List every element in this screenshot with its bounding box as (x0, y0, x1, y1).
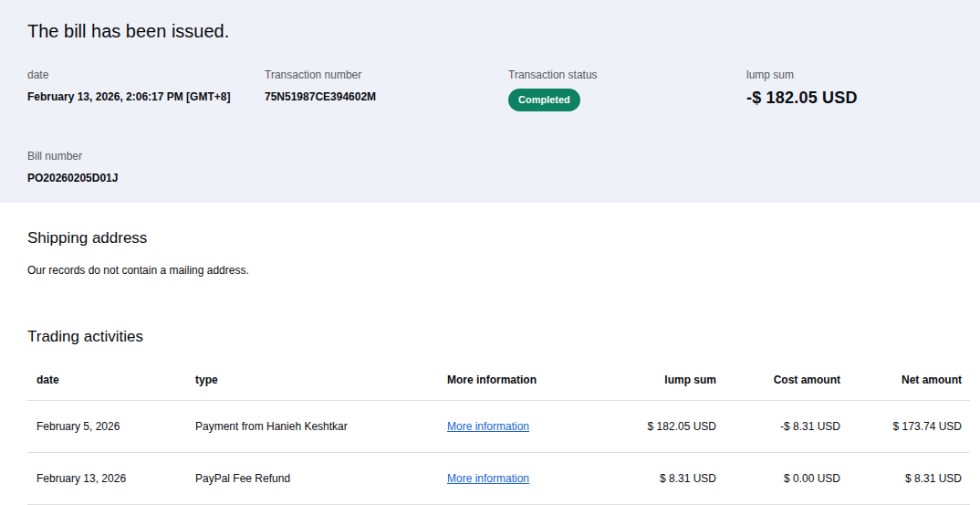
field-lump-sum: lump sum -$ 182.05 USD (746, 68, 953, 111)
column-header-more-information: More information (447, 373, 596, 386)
column-header-type: type (195, 373, 447, 386)
column-header-date: date (27, 373, 195, 386)
field-date: date February 13, 2026, 2:06:17 PM [GMT+… (27, 68, 265, 111)
page-title: The bill has been issued. (27, 20, 953, 42)
field-transaction-status: Transaction status Completed (508, 68, 746, 111)
table-row: February 5, 2026 Payment from Hanieh Kes… (27, 401, 970, 453)
cell-date: February 5, 2026 (27, 420, 195, 433)
field-bill-number-value: PO20260205D01J (27, 172, 265, 184)
cell-date: February 13, 2026 (27, 472, 195, 485)
field-lump-sum-label: lump sum (746, 68, 953, 81)
status-badge: Completed (508, 89, 580, 111)
column-header-cost-amount: Cost amount (716, 373, 840, 386)
cell-net-amount: $ 173.74 USD (840, 420, 970, 433)
shipping-address-heading: Shipping address (27, 229, 953, 247)
more-information-link[interactable]: More information (447, 472, 529, 485)
cell-net-amount: $ 8.31 USD (840, 472, 970, 485)
more-information-link[interactable]: More information (447, 420, 529, 433)
field-bill-number-label: Bill number (27, 150, 265, 163)
field-date-value: February 13, 2026, 2:06:17 PM [GMT+8] (27, 90, 265, 103)
cell-type: PayPal Fee Refund (195, 472, 447, 485)
field-lump-sum-value: -$ 182.05 USD (746, 89, 953, 108)
trading-activities-heading: Trading activities (27, 328, 953, 346)
field-transaction-number-label: Transaction number (265, 68, 508, 81)
summary-fields-row-2: Bill number PO20260205D01J (27, 150, 953, 184)
trading-activities-table: date type More information lump sum Cost… (27, 359, 970, 505)
column-header-lump-sum: lump sum (596, 373, 716, 386)
cell-cost-amount: $ 0.00 USD (716, 472, 840, 485)
cell-lump-sum: $ 8.31 USD (596, 472, 716, 485)
cell-type: Payment from Hanieh Keshtkar (195, 420, 447, 433)
column-header-net-amount: Net amount (840, 373, 970, 386)
field-transaction-status-label: Transaction status (508, 68, 746, 81)
field-bill-number: Bill number PO20260205D01J (27, 150, 265, 184)
shipping-address-message: Our records do not contain a mailing add… (27, 264, 953, 277)
summary-fields-row-1: date February 13, 2026, 2:06:17 PM [GMT+… (27, 68, 953, 111)
trading-activities-section: Trading activities (0, 328, 980, 346)
field-transaction-number: Transaction number 75N51987CE394602M (265, 68, 508, 111)
field-date-label: date (27, 68, 265, 81)
cell-lump-sum: $ 182.05 USD (596, 420, 716, 433)
shipping-address-section: Shipping address Our records do not cont… (0, 229, 980, 277)
table-row: February 13, 2026 PayPal Fee Refund More… (27, 453, 970, 505)
field-transaction-number-value: 75N51987CE394602M (265, 90, 508, 103)
table-header-row: date type More information lump sum Cost… (27, 359, 970, 401)
summary-panel: The bill has been issued. date February … (0, 0, 980, 203)
cell-cost-amount: -$ 8.31 USD (716, 420, 840, 433)
